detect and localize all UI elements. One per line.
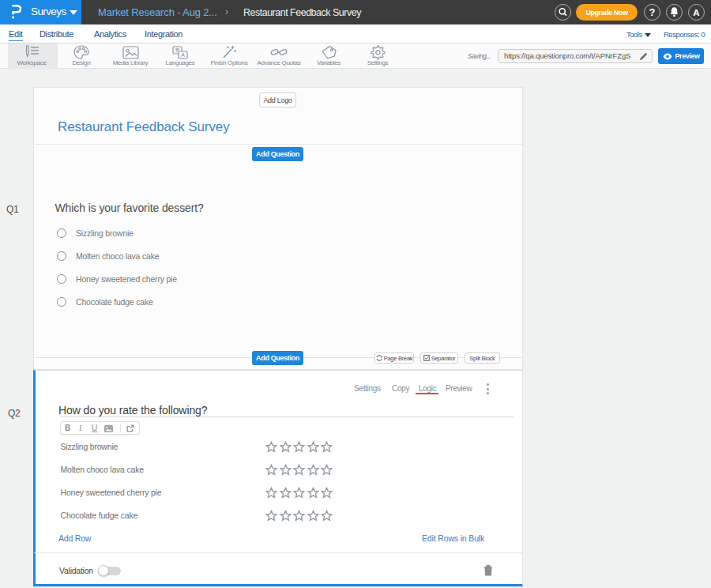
svg-text:A: A (181, 51, 185, 58)
